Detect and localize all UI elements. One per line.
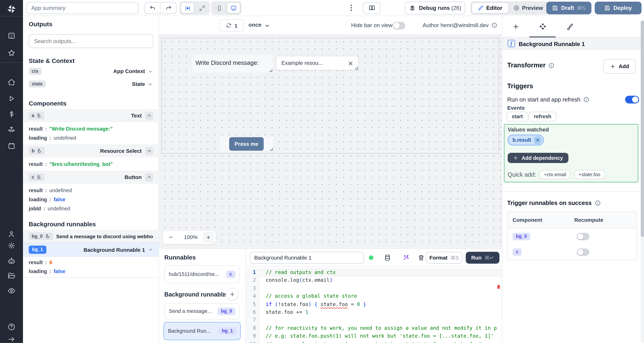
styling-tab[interactable] <box>566 23 574 30</box>
cache-database-icon[interactable] <box>384 254 391 261</box>
code-line[interactable]: 2console.log(ctx.email) <box>246 276 502 284</box>
desktop-view-button[interactable] <box>227 2 240 14</box>
zoom-in-button[interactable]: + <box>203 232 214 243</box>
hub-runnable-item[interactable]: hub/1511/discord/se... c <box>164 265 240 283</box>
add-bg-runnable-button[interactable] <box>226 288 238 300</box>
app-canvas[interactable]: Write Discord message: Example resou... … <box>159 35 502 248</box>
component-a-row[interactable]: a Text <box>23 109 159 122</box>
clear-selection-icon[interactable] <box>348 60 354 66</box>
run-button[interactable]: Run ⌘↵ <box>466 252 500 264</box>
draft-button[interactable]: Draft ⌘S <box>546 2 592 14</box>
runnable-name-input[interactable] <box>250 252 364 264</box>
help-icon[interactable] <box>8 323 16 331</box>
resources-icon[interactable] <box>8 126 16 134</box>
quick-add-state-foo[interactable]: +state.foo <box>574 170 605 179</box>
resource-select-component[interactable]: Example resou... <box>276 56 358 70</box>
refresh-count-button[interactable]: 1 <box>219 19 244 32</box>
resize-handle[interactable] <box>355 66 358 69</box>
info-icon[interactable] <box>583 96 590 102</box>
scrollbar-thumb[interactable] <box>641 20 644 237</box>
bg1-runnable-item-selected[interactable]: Background Run... bg_1 <box>164 322 241 340</box>
code-line[interactable]: 10// you may also just reassign as next … <box>246 340 502 343</box>
event-chip-start[interactable]: start <box>506 112 528 122</box>
press-me-button[interactable]: Press me <box>229 137 264 151</box>
deploy-button[interactable]: Deploy <box>595 2 642 14</box>
code-line[interactable]: 7 <box>246 316 502 324</box>
connections-tab[interactable] <box>539 23 547 30</box>
state-row[interactable]: state State <box>23 78 159 90</box>
variables-icon[interactable] <box>8 110 16 118</box>
code-line[interactable]: 1// read outputs and ctx <box>246 268 502 276</box>
component-b-badge: b <box>29 147 45 155</box>
table-row: c <box>508 244 636 260</box>
preview-tab[interactable]: Preview <box>508 2 548 14</box>
component-c-row[interactable]: c Button <box>23 171 159 184</box>
component-b-row[interactable]: b Resource Select <box>23 144 159 157</box>
component-a-type: Text <box>131 112 142 119</box>
zoom-out-button[interactable]: − <box>163 234 179 241</box>
workers-icon[interactable] <box>8 257 16 265</box>
code-line[interactable]: 5if (!state.foo) { state.foo = 0 } <box>246 300 502 308</box>
bg1-row[interactable]: bg_1 Background Runnable 1 <box>23 243 159 257</box>
redo-button[interactable] <box>161 2 176 14</box>
code-line[interactable]: 3 <box>246 284 502 292</box>
code-line[interactable]: 9// e.g: state.foo.push(1) will not work… <box>246 332 502 340</box>
resize-handle[interactable] <box>270 69 272 72</box>
inspector-panel: f Background Runnable 1 Transformer Add … <box>502 16 644 343</box>
recompute-c-toggle[interactable] <box>576 248 589 256</box>
run-on-start-toggle[interactable] <box>625 96 639 104</box>
recompute-bg0-toggle[interactable] <box>576 233 589 240</box>
app-summary-input[interactable] <box>26 2 138 14</box>
settings-icon[interactable] <box>8 242 16 250</box>
hide-bar-toggle[interactable] <box>393 22 405 30</box>
code-line[interactable]: 4// access a global state store <box>246 292 502 300</box>
undo-button[interactable] <box>145 2 161 14</box>
collapse-a-button[interactable] <box>145 112 153 120</box>
text-component-holder[interactable]: Write Discord message: <box>192 54 273 72</box>
expand-mode-button[interactable] <box>195 2 209 14</box>
code-line[interactable]: 6state.foo += 1 <box>246 308 502 316</box>
button-component-holder[interactable]: Press me <box>220 137 273 151</box>
runs-icon[interactable] <box>8 94 16 103</box>
audit-logs-icon[interactable] <box>8 287 16 295</box>
ctx-row[interactable]: ctx App Context <box>23 65 159 78</box>
remove-watched-icon[interactable] <box>534 136 542 144</box>
collapse-c-button[interactable] <box>145 173 153 181</box>
windmill-logo-icon[interactable] <box>6 4 17 16</box>
insert-component-tab[interactable] <box>512 23 520 30</box>
refresh-mode-select[interactable]: once <box>248 22 262 28</box>
info-icon[interactable] <box>594 200 600 206</box>
pointer-icon <box>36 113 42 118</box>
workspace-icon[interactable] <box>8 32 16 40</box>
info-icon[interactable] <box>548 62 554 68</box>
search-outputs-input[interactable] <box>29 34 153 48</box>
collapse-sidebar-icon[interactable] <box>8 335 16 343</box>
add-dependency-button[interactable]: Add dependency <box>508 153 568 163</box>
more-options-button[interactable] <box>346 3 356 14</box>
bg0-row[interactable]: bg_0 Send a message to discord using web… <box>23 230 159 243</box>
event-chip-refresh[interactable]: refresh <box>528 112 557 122</box>
add-transformer-button[interactable]: Add <box>603 59 636 74</box>
resize-handle[interactable] <box>270 148 273 151</box>
favorites-icon[interactable] <box>8 49 16 57</box>
code-area[interactable]: 1// read outputs and ctx2console.log(ctx… <box>246 266 502 343</box>
schedules-icon[interactable] <box>8 142 16 150</box>
folders-icon[interactable] <box>8 272 16 280</box>
align-mode-button[interactable] <box>181 2 194 14</box>
watched-value-chip[interactable]: b.result <box>508 135 544 146</box>
info-icon[interactable] <box>220 292 226 298</box>
mobile-view-button[interactable] <box>212 2 226 14</box>
debug-runs-button[interactable]: Debug runs (26) <box>405 2 466 14</box>
code-line[interactable]: 8// for reactivity to work, you need to … <box>246 324 502 332</box>
bg0-runnable-item[interactable]: Send a message... bg_0 <box>164 303 240 320</box>
quick-add-ctx-email[interactable]: +ctx.email <box>539 170 571 179</box>
delete-trash-icon[interactable] <box>418 254 425 261</box>
home-icon[interactable] <box>8 78 16 86</box>
format-button[interactable]: Format ⌘S <box>426 252 462 264</box>
info-icon[interactable] <box>491 22 497 28</box>
editor-tab[interactable]: Editor <box>472 2 508 14</box>
ai-wand-icon[interactable] <box>402 254 410 261</box>
docs-book-button[interactable] <box>363 2 380 14</box>
collapse-b-button[interactable] <box>145 147 153 155</box>
user-icon[interactable] <box>8 230 16 238</box>
